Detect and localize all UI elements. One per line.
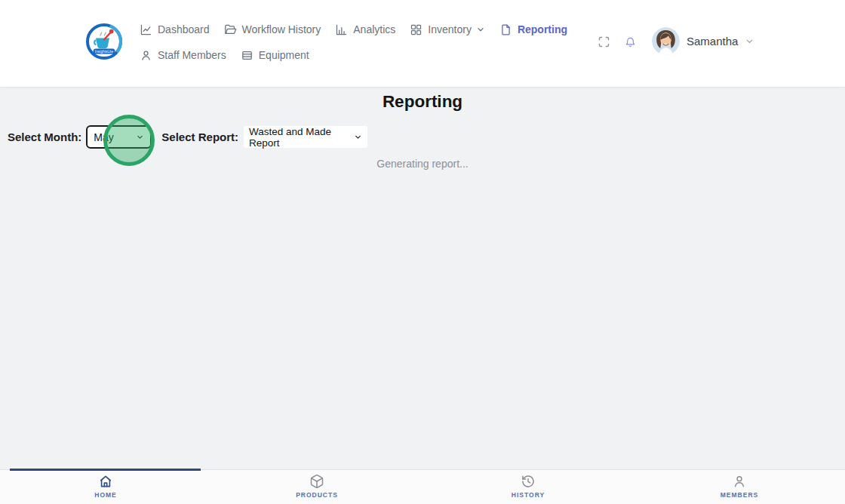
bar-chart-icon — [335, 23, 348, 36]
bottom-tab-products[interactable]: PRODUCTS — [211, 470, 422, 504]
select-report-label: Select Report: — [161, 131, 238, 143]
month-select-value: May — [94, 131, 113, 143]
main-nav: Dashboard Workflow History Analytics — [140, 20, 567, 64]
chevron-down-icon — [354, 133, 362, 141]
main-nav-row-1: Dashboard Workflow History Analytics — [140, 20, 567, 38]
bottom-tab-history[interactable]: HISTORY — [422, 470, 634, 504]
report-status: Generating report... — [0, 158, 845, 170]
nav-item-label: Reporting — [518, 23, 567, 35]
main-nav-row-2: Staff Members Equipment — [140, 46, 567, 64]
nav-item-label: Analytics — [353, 23, 395, 35]
nav-item-inventory[interactable]: Inventory — [410, 23, 485, 36]
report-controls: Select Month: May Select Report: Wasted … — [8, 125, 367, 149]
nav-item-dashboard[interactable]: Dashboard — [140, 23, 210, 36]
bottom-tab-label: HOME — [94, 491, 117, 499]
nav-item-equipment[interactable]: Equipment — [241, 49, 309, 62]
package-icon — [309, 474, 324, 489]
nav-item-workflow-history[interactable]: Workflow History — [224, 23, 321, 36]
bottom-tab-members[interactable]: MEMBERS — [634, 470, 845, 504]
bottom-tab-home[interactable]: HOME — [0, 470, 211, 504]
bottom-tab-label: PRODUCTS — [296, 491, 338, 499]
bell-icon — [625, 36, 636, 48]
user-menu[interactable]: Samantha — [652, 27, 754, 55]
month-select[interactable]: May — [86, 125, 152, 149]
active-tab-indicator — [10, 469, 201, 471]
fullscreen-button[interactable] — [598, 35, 610, 48]
nav-item-staff-members[interactable]: Staff Members — [140, 49, 226, 62]
page-title: Reporting — [0, 92, 845, 112]
fullscreen-icon — [598, 35, 610, 48]
top-header: InsightsLite Dashboard Workflow History — [0, 0, 845, 87]
chevron-down-icon — [476, 25, 485, 34]
chevron-down-icon — [745, 36, 754, 46]
bottom-nav: HOME PRODUCTS HISTORY MEMBERS — [0, 469, 845, 504]
brand-name: InsightsLite — [95, 50, 114, 54]
select-month-label: Select Month: — [8, 131, 81, 143]
equipment-list-icon — [241, 49, 254, 62]
nav-item-label: Equipment — [259, 49, 309, 61]
user-name: Samantha — [687, 35, 738, 48]
nav-item-label: Workflow History — [242, 23, 321, 35]
chevron-down-icon — [136, 133, 144, 141]
report-select-value: Wasted and Made Report — [249, 126, 354, 149]
report-select[interactable]: Wasted and Made Report — [244, 126, 367, 148]
nav-item-reporting[interactable]: Reporting — [499, 23, 567, 36]
coffee-cup-logo-icon: InsightsLite — [84, 22, 124, 61]
notifications-button[interactable] — [625, 36, 636, 48]
nav-item-label: Dashboard — [158, 23, 210, 35]
folder-open-icon — [224, 23, 237, 36]
nav-item-label: Inventory — [428, 23, 472, 35]
avatar — [652, 27, 680, 55]
nav-item-analytics[interactable]: Analytics — [335, 23, 395, 36]
avatar-woman-icon — [652, 27, 680, 55]
nav-item-label: Staff Members — [158, 49, 226, 61]
line-chart-icon — [140, 23, 152, 36]
file-icon — [499, 23, 512, 36]
person-icon — [732, 474, 747, 489]
bottom-tab-label: MEMBERS — [721, 491, 758, 499]
home-icon — [98, 474, 113, 489]
person-icon — [140, 49, 152, 62]
brand-logo[interactable]: InsightsLite — [84, 22, 124, 61]
history-icon — [521, 474, 536, 489]
grid-icon — [410, 23, 422, 36]
bottom-tab-label: HISTORY — [512, 491, 545, 499]
